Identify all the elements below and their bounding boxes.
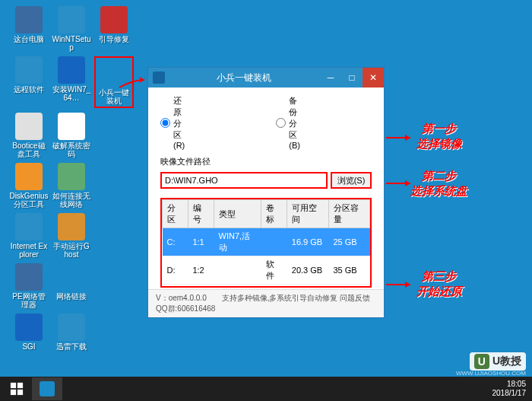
- table-row[interactable]: D:1:2软件20.3 GB35 GB: [163, 256, 370, 285]
- status-bar: V：oem4.0.0.0 支持多种镜像,多系统引导自动修复 问题反馈QQ群:60…: [148, 289, 384, 317]
- app-icon: [153, 72, 165, 84]
- step1-arrow: [386, 133, 416, 142]
- table-header[interactable]: 分区: [163, 200, 188, 228]
- sgi-icon-glyph: [15, 313, 43, 341]
- icon-label: 这台电脑: [14, 35, 44, 43]
- bootice-icon[interactable]: Bootice磁盘工具: [9, 113, 49, 158]
- step2-sub: 选择系统盘: [410, 184, 467, 199]
- svg-rect-3: [11, 383, 16, 388]
- image-path-label: 映像文件路径: [148, 154, 384, 169]
- ghost-icon[interactable]: 手动运行Ghost: [52, 213, 91, 259]
- start-button[interactable]: [2, 377, 32, 400]
- icon-label: 远程软件: [14, 85, 44, 94]
- svg-rect-6: [17, 390, 23, 395]
- diskgenius-icon-glyph: [15, 163, 43, 190]
- window-title: 小兵一键装机: [168, 72, 320, 84]
- this-pc-icon[interactable]: 这台电脑: [9, 6, 49, 52]
- step3-arrow: [386, 280, 416, 289]
- table-header[interactable]: 可用空间: [287, 200, 329, 228]
- table-row[interactable]: C:1:1WIN7,活动16.9 GB25 GB: [163, 228, 370, 256]
- crack-pwd-icon[interactable]: 破解系统密码: [52, 113, 91, 158]
- backup-radio[interactable]: 备份分区(B): [276, 95, 300, 150]
- crack-pwd-icon-glyph: [58, 113, 85, 140]
- minimize-button[interactable]: ─: [320, 68, 341, 88]
- winntsetup-icon[interactable]: WinNTSetup: [52, 6, 91, 52]
- svg-rect-5: [11, 390, 16, 395]
- step3-title: 第三步: [422, 269, 456, 284]
- win7-install-icon[interactable]: 安装WIN7_64…: [52, 56, 91, 108]
- system-tray[interactable]: 18:05 2018/1/17: [492, 380, 531, 398]
- table-header[interactable]: 编号: [188, 200, 214, 228]
- thunder-icon-glyph: [58, 313, 85, 341]
- this-pc-icon-glyph: [15, 6, 43, 33]
- icon-label: SGI: [22, 342, 35, 351]
- wifi-help-icon-glyph: [58, 163, 85, 190]
- pe-net-icon[interactable]: PE网络管理器: [9, 263, 49, 309]
- thunder-icon[interactable]: 迅雷下载: [52, 313, 91, 351]
- watermark-logo: U U教授: [470, 352, 526, 371]
- net-link-icon[interactable]: 网络链接: [52, 263, 91, 309]
- icon-label: 迅雷下载: [56, 342, 87, 351]
- table-header[interactable]: 分区容量: [328, 200, 369, 228]
- svg-rect-4: [17, 383, 23, 388]
- bootice-icon-glyph: [15, 113, 43, 140]
- browse-button[interactable]: 浏览(S): [331, 172, 372, 189]
- pe-net-icon-glyph: [15, 263, 43, 291]
- close-button[interactable]: ✕: [363, 68, 384, 88]
- titlebar[interactable]: 小兵一键装机 ─ □ ✕: [148, 68, 384, 88]
- partition-table[interactable]: 分区编号类型卷标可用空间分区容量C:1:1WIN7,活动16.9 GB25 GB…: [160, 198, 372, 288]
- step2-title: 第二步: [422, 169, 456, 183]
- watermark-url: WWW.UJIAOSHOU.COM: [456, 370, 526, 377]
- icon-label: WinNTSetup: [52, 35, 91, 52]
- pointer-arrow-1: [118, 76, 148, 91]
- icon-label: 手动运行Ghost: [52, 242, 91, 259]
- icon-label: PE网络管理器: [9, 292, 49, 309]
- wifi-help-icon[interactable]: 如何连接无线网络: [52, 163, 91, 208]
- taskbar-app[interactable]: [32, 377, 62, 400]
- table-header[interactable]: 类型: [214, 200, 261, 228]
- restore-radio[interactable]: 还原分区(R): [160, 95, 185, 150]
- winntsetup-icon-glyph: [58, 6, 85, 33]
- icon-label: 安装WIN7_64…: [52, 85, 91, 102]
- icon-label: Bootice磁盘工具: [9, 142, 49, 158]
- remote-icon[interactable]: 远程软件: [9, 56, 49, 108]
- sgi-icon[interactable]: SGI: [9, 313, 49, 351]
- boot-repair-icon-glyph: [100, 6, 128, 33]
- icon-label: 破解系统密码: [52, 142, 91, 158]
- ie-icon-glyph: [15, 213, 43, 240]
- installer-window: 小兵一键装机 ─ □ ✕ 还原分区(R) 备份分区(B) 映像文件路径 浏览(S…: [147, 67, 385, 318]
- step1-sub: 选择镜像: [416, 137, 462, 151]
- icon-label: DiskGenius分区工具: [9, 192, 49, 208]
- maximize-button[interactable]: □: [341, 68, 363, 88]
- table-header[interactable]: 卷标: [261, 200, 287, 228]
- ghost-icon-glyph: [58, 213, 85, 240]
- step3-sub: 开始还原: [416, 285, 462, 299]
- image-path-input[interactable]: [160, 172, 328, 189]
- remote-icon-glyph: [15, 56, 43, 84]
- taskbar: 18:05 2018/1/17: [0, 377, 532, 401]
- icon-label: 如何连接无线网络: [52, 192, 91, 208]
- step1-title: 第一步: [422, 122, 456, 136]
- icon-label: 引导修复: [99, 35, 129, 43]
- icon-label: 网络链接: [56, 292, 87, 301]
- boot-repair-icon[interactable]: 引导修复: [94, 6, 134, 52]
- icon-label: Internet Explorer: [9, 242, 49, 259]
- win7-install-icon-glyph: [58, 56, 85, 84]
- net-link-icon-glyph: [58, 263, 85, 291]
- diskgenius-icon[interactable]: DiskGenius分区工具: [9, 163, 49, 208]
- ie-icon[interactable]: Internet Explorer: [9, 213, 49, 259]
